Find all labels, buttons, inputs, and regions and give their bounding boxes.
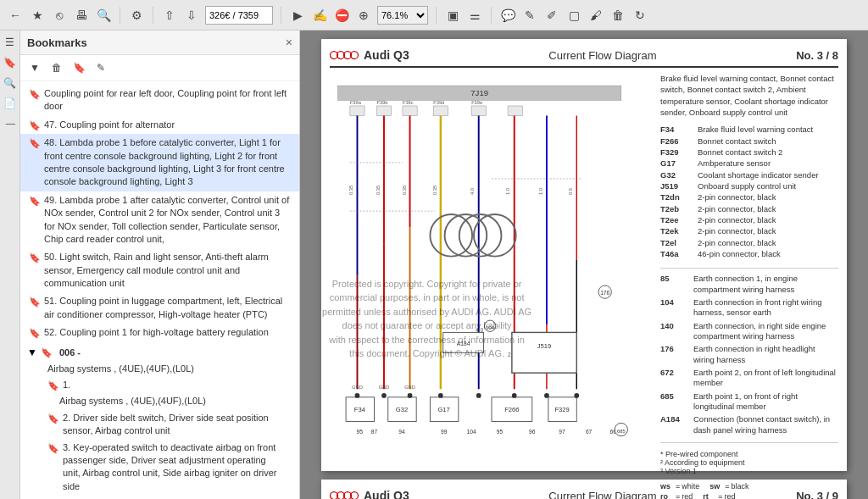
earth-item: 672 Earth point 2, on front of left long… xyxy=(660,368,838,389)
annotation-icon[interactable]: 📄 xyxy=(2,95,19,112)
comment-icon[interactable]: 💬 xyxy=(499,7,516,24)
plus-circle-icon[interactable]: ⊕ xyxy=(355,7,372,24)
bm-edit-icon[interactable]: ✎ xyxy=(92,58,110,77)
bookmark-icon: 🔖 xyxy=(47,442,59,454)
component-id: T2dn xyxy=(660,192,694,202)
svg-text:104: 104 xyxy=(486,325,494,330)
zoom-select[interactable]: 76.1% 50% 75% 100% 125% 150% xyxy=(377,6,428,25)
svg-text:0.35: 0.35 xyxy=(376,186,381,195)
pdf-viewer[interactable]: Audi Q3 Current Flow Diagram No. 3 / 8 7… xyxy=(300,30,868,499)
svg-point-75 xyxy=(544,393,549,398)
trash-icon[interactable]: 🗑 xyxy=(609,7,626,24)
pen-icon[interactable]: ✎ xyxy=(521,7,538,24)
stamp-icon[interactable]: 🖌 xyxy=(587,7,604,24)
shapes-icon[interactable]: ▢ xyxy=(565,7,582,24)
component-id: J519 xyxy=(660,181,694,191)
list-item[interactable]: 🔖 49. Lambda probe 1 after catalytic con… xyxy=(20,191,299,249)
download-icon[interactable]: ⇩ xyxy=(183,7,200,24)
svg-text:104: 104 xyxy=(467,429,476,435)
bookmark-icon: 🔖 xyxy=(29,252,41,263)
columns-icon[interactable]: ⚌ xyxy=(466,7,483,24)
list-item[interactable]: 🔖 3. Key-operated switch to deactivate a… xyxy=(27,440,292,496)
bookmark-icon: 🔖 xyxy=(47,413,59,424)
list-item[interactable]: 🔖 2. Driver side belt switch, Driver sid… xyxy=(27,410,292,440)
earth-desc: Earth connection in right headlight wiri… xyxy=(693,344,838,365)
layers-icon[interactable]: ⸻ xyxy=(2,115,19,132)
svg-text:GND: GND xyxy=(379,385,390,390)
list-item[interactable]: 🔖 50. Light switch, Rain and light senso… xyxy=(20,248,299,292)
svg-rect-80 xyxy=(512,332,576,373)
bookmark-icon: 🔖 xyxy=(29,327,41,339)
list-item[interactable]: Airbag systems , (4UE),(4UF),(L0L) xyxy=(27,393,292,409)
list-item[interactable]: 🔖 47. Coupling point for alternator xyxy=(20,116,299,134)
minus-circle-icon[interactable]: ⛔ xyxy=(333,7,350,24)
color-item: rt=red xyxy=(703,492,735,499)
left-nav-icon[interactable]: ☰ xyxy=(2,34,19,51)
list-item[interactable]: 🔖 51. Coupling point in luggage compartm… xyxy=(20,292,299,324)
search-left-icon[interactable]: 🔍 xyxy=(2,75,19,91)
list-item[interactable]: 🔖 52. Coupling point 1 for high-voltage … xyxy=(20,324,299,341)
bm-add-icon[interactable]: 🔖 xyxy=(70,58,88,77)
component-item: T2el 2-pin connector, black xyxy=(660,238,838,248)
redo-icon[interactable]: ↻ xyxy=(632,7,648,24)
svg-text:94: 94 xyxy=(398,429,405,435)
component-id: T2el xyxy=(660,238,694,248)
svg-rect-11 xyxy=(508,106,522,115)
bm-expand-icon[interactable]: ▼ xyxy=(25,58,44,77)
share-icon[interactable]: ⎋ xyxy=(51,7,68,24)
star-icon[interactable]: ★ xyxy=(29,7,46,24)
list-item[interactable]: 🔖 1. xyxy=(27,377,292,393)
zoom-out-toolbar-icon[interactable]: 🔍 xyxy=(95,7,112,24)
fit-icon[interactable]: ▣ xyxy=(444,7,461,24)
earth-id: 685 xyxy=(660,391,690,413)
pdf-page-content: 7J19 F39a F39b F39c F39d F39e xyxy=(330,73,838,499)
earth-desc: Earth point 2, on front of left longitud… xyxy=(693,368,838,389)
svg-text:0.35: 0.35 xyxy=(402,186,407,195)
svg-text:F39a: F39a xyxy=(350,100,362,105)
bookmark-text: Coupling point for rear left door, Coupl… xyxy=(44,87,292,114)
bookmark-panel-icon[interactable]: 🔖 xyxy=(2,54,19,71)
earth-desc: Earth connection, in right side engine c… xyxy=(693,321,838,342)
component-id: F329 xyxy=(660,147,694,158)
audi-rings-svg xyxy=(330,47,360,63)
bookmark-text: 50. Light switch, Rain and light sensor,… xyxy=(44,251,292,290)
hand-icon[interactable]: ✍ xyxy=(311,7,328,24)
bookmark-text: Airbag systems , (4UE),(4UF),(L0L) xyxy=(59,395,286,408)
list-item[interactable]: Airbag systems , (4UE),(4UF),(L0L) xyxy=(27,361,292,377)
earth-desc: Earth connection 1, in engine compartmen… xyxy=(693,274,838,295)
bookmarks-close-button[interactable]: × xyxy=(286,36,292,49)
svg-text:A184: A184 xyxy=(457,341,470,347)
sep2 xyxy=(153,7,153,24)
earth-desc: Earth point 1, on front of right longitu… xyxy=(693,391,838,413)
bookmark-text: 3. Key-operated switch to deactivate air… xyxy=(63,441,286,494)
zoom-control: 76.1% 50% 75% 100% 125% 150% xyxy=(377,6,428,25)
upload-icon[interactable]: ⇧ xyxy=(161,7,178,24)
earth-connection-list: 85 Earth connection 1, in engine compart… xyxy=(660,274,838,435)
bookmark-icon: 🔖 xyxy=(29,88,41,100)
list-item-48[interactable]: 🔖 48. Lambda probe 1 before catalytic co… xyxy=(20,134,299,191)
component-item: T46a 46-pin connector, black xyxy=(660,249,838,259)
component-item: J519 Onboard supply control unit xyxy=(660,181,838,191)
svg-text:G32: G32 xyxy=(396,406,408,413)
component-item: G32 Coolant shortage indicator sender xyxy=(660,170,838,180)
page-number-input[interactable] xyxy=(205,6,273,25)
bookmark-group-header[interactable]: ▼ 🔖 006 - xyxy=(27,345,292,361)
earth-item: A184 Connection (bonnet contact switch),… xyxy=(660,414,838,435)
svg-point-71 xyxy=(408,393,413,398)
audi-brand-text: Audi Q3 xyxy=(364,48,409,62)
highlight-icon[interactable]: ✐ xyxy=(543,7,560,24)
svg-text:95: 95 xyxy=(357,429,364,435)
list-item[interactable]: 🔖 Coupling point for rear left door, Cou… xyxy=(20,85,299,116)
bm-delete-icon[interactable]: 🗑 xyxy=(47,58,66,77)
divider xyxy=(660,442,838,443)
print-icon[interactable]: 🖶 xyxy=(73,7,90,24)
svg-text:GND: GND xyxy=(404,385,415,390)
component-desc: Bonnet contact switch 2 xyxy=(698,147,782,158)
settings-icon[interactable]: ⚙ xyxy=(128,7,145,24)
svg-text:87: 87 xyxy=(371,429,378,435)
audi-logo: Audi Q3 xyxy=(330,47,409,63)
cursor-icon[interactable]: ▶ xyxy=(289,7,306,24)
back-icon[interactable]: ← xyxy=(7,7,24,24)
svg-text:96: 96 xyxy=(529,429,536,435)
bookmark-text: Airbag systems , (4UE),(4UF),(L0L) xyxy=(47,363,286,375)
